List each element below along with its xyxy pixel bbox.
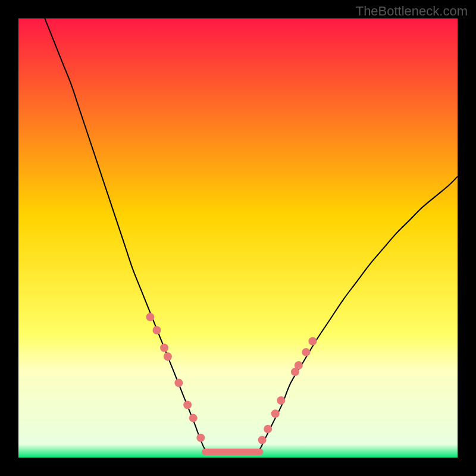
right-dot bbox=[271, 409, 280, 418]
right-dot bbox=[264, 425, 272, 433]
bottleneck-chart bbox=[0, 0, 476, 476]
right-dot bbox=[302, 348, 310, 356]
left-dot bbox=[152, 326, 161, 334]
watermark-text: TheBottleneck.com bbox=[356, 4, 468, 19]
right-dot bbox=[295, 361, 303, 369]
left-dot bbox=[174, 379, 183, 387]
right-dot bbox=[308, 337, 317, 345]
left-dot bbox=[146, 313, 154, 321]
left-dot bbox=[189, 414, 198, 422]
right-dot bbox=[258, 436, 267, 444]
chart-container: TheBottleneck.com bbox=[0, 0, 476, 476]
left-dot bbox=[160, 344, 168, 352]
left-dot bbox=[196, 434, 205, 442]
right-dot bbox=[277, 396, 285, 405]
left-dot bbox=[164, 352, 172, 361]
left-dot bbox=[183, 400, 192, 409]
